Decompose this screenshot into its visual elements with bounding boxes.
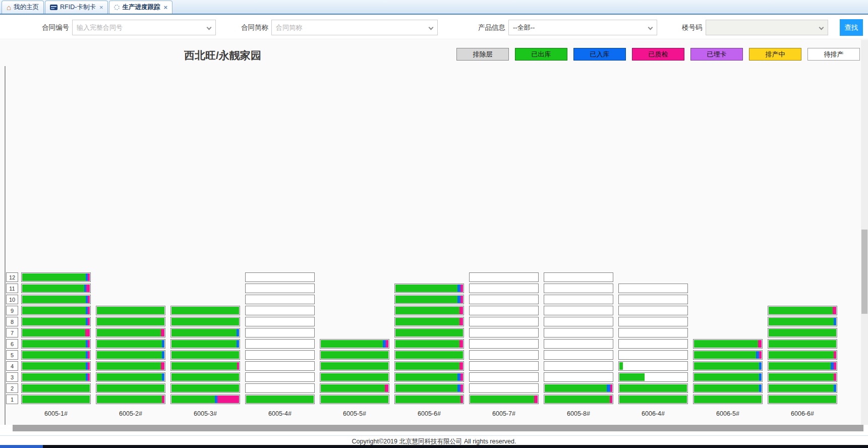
horizontal-scrollbar[interactable] — [0, 425, 868, 431]
bar-6005-5#-floor-6[interactable] — [320, 339, 389, 349]
bar-6005-1#-floor-4[interactable] — [21, 361, 91, 371]
floor-label-11[interactable]: 11 — [6, 284, 18, 293]
bar-6006-4#-floor-7[interactable] — [618, 328, 688, 338]
bar-6005-6#-floor-11[interactable] — [394, 284, 464, 293]
bar-6005-8#-floor-4[interactable] — [544, 361, 613, 371]
horizontal-scrollbar-thumb[interactable] — [13, 425, 863, 431]
bar-6005-8#-floor-1[interactable] — [544, 395, 613, 404]
contract-name-combobox[interactable] — [271, 20, 438, 35]
bar-6005-3#-floor-8[interactable] — [170, 317, 240, 326]
bar-6005-7#-floor-1[interactable] — [469, 395, 539, 404]
bar-6005-3#-floor-6[interactable] — [170, 339, 240, 349]
bar-6005-6#-floor-4[interactable] — [394, 361, 464, 371]
bar-6005-8#-floor-3[interactable] — [544, 372, 613, 382]
floor-label-3[interactable]: 3 — [6, 372, 18, 382]
bar-6005-2#-floor-1[interactable] — [96, 395, 165, 404]
vertical-scrollbar-thumb[interactable] — [861, 230, 867, 314]
close-icon[interactable]: × — [99, 4, 103, 11]
bar-6005-4#-floor-8[interactable] — [245, 317, 315, 326]
bar-6006-4#-floor-5[interactable] — [618, 350, 688, 360]
bar-6005-3#-floor-9[interactable] — [170, 306, 240, 315]
legend-button-已入库[interactable]: 已入库 — [573, 48, 626, 61]
chevron-down-icon[interactable] — [648, 25, 653, 30]
bar-6005-4#-floor-4[interactable] — [245, 361, 315, 371]
legend-button-已质检[interactable]: 已质检 — [632, 48, 684, 61]
bar-6005-7#-floor-9[interactable] — [469, 306, 539, 315]
legend-button-排除层[interactable]: 排除层 — [456, 48, 509, 61]
bar-6006-6#-floor-2[interactable] — [768, 383, 837, 393]
bar-6005-1#-floor-2[interactable] — [21, 383, 91, 393]
bar-6005-6#-floor-10[interactable] — [394, 295, 464, 304]
bar-6005-6#-floor-7[interactable] — [394, 328, 464, 338]
bar-6005-5#-floor-1[interactable] — [320, 395, 389, 404]
bar-6005-7#-floor-10[interactable] — [469, 295, 539, 304]
bar-6005-4#-floor-2[interactable] — [245, 383, 315, 393]
bar-6005-7#-floor-7[interactable] — [469, 328, 539, 338]
bar-6005-5#-floor-5[interactable] — [320, 350, 389, 360]
bar-6005-4#-floor-9[interactable] — [245, 306, 315, 315]
bar-6005-8#-floor-6[interactable] — [544, 339, 613, 349]
bar-6005-1#-floor-10[interactable] — [21, 295, 91, 304]
bar-6005-4#-floor-11[interactable] — [245, 284, 315, 293]
bar-6005-3#-floor-3[interactable] — [170, 372, 240, 382]
bar-6005-1#-floor-11[interactable] — [21, 284, 91, 293]
close-icon[interactable]: × — [163, 4, 167, 11]
bar-6005-1#-floor-1[interactable] — [21, 395, 91, 404]
bar-6006-4#-floor-11[interactable] — [618, 284, 688, 293]
bar-6005-3#-floor-2[interactable] — [170, 383, 240, 393]
floor-label-8[interactable]: 8 — [6, 317, 18, 326]
floor-label-9[interactable]: 9 — [6, 306, 18, 315]
bar-6005-7#-floor-3[interactable] — [469, 372, 539, 382]
floor-label-2[interactable]: 2 — [6, 383, 18, 393]
bar-6005-6#-floor-8[interactable] — [394, 317, 464, 326]
bar-6006-5#-floor-5[interactable] — [693, 350, 763, 360]
chevron-down-icon[interactable] — [429, 25, 434, 30]
bar-6006-6#-floor-5[interactable] — [768, 350, 837, 360]
bar-6006-4#-floor-4[interactable] — [618, 361, 688, 371]
bar-6005-2#-floor-9[interactable] — [96, 306, 165, 315]
bar-6005-6#-floor-2[interactable] — [394, 383, 464, 393]
bar-6006-6#-floor-9[interactable] — [768, 306, 837, 315]
bar-6006-4#-floor-8[interactable] — [618, 317, 688, 326]
bar-6006-4#-floor-3[interactable] — [618, 372, 688, 382]
chevron-down-icon[interactable] — [207, 25, 212, 30]
bar-6005-1#-floor-9[interactable] — [21, 306, 91, 315]
bar-6005-8#-floor-12[interactable] — [544, 272, 613, 282]
bar-6006-6#-floor-1[interactable] — [768, 395, 837, 404]
contract-no-input[interactable] — [77, 24, 202, 31]
bar-6005-7#-floor-12[interactable] — [469, 272, 539, 282]
bar-6005-8#-floor-10[interactable] — [544, 295, 613, 304]
floor-label-7[interactable]: 7 — [6, 328, 18, 338]
building-no-select[interactable] — [706, 20, 828, 35]
bar-6005-8#-floor-9[interactable] — [544, 306, 613, 315]
bar-6005-7#-floor-2[interactable] — [469, 383, 539, 393]
bar-6005-3#-floor-1[interactable] — [170, 395, 240, 404]
legend-button-已埋卡[interactable]: 已埋卡 — [690, 48, 743, 61]
bar-6005-4#-floor-3[interactable] — [245, 372, 315, 382]
bar-6005-2#-floor-5[interactable] — [96, 350, 165, 360]
vertical-scrollbar[interactable] — [861, 40, 868, 425]
bar-6006-4#-floor-2[interactable] — [618, 383, 688, 393]
bar-6005-1#-floor-6[interactable] — [21, 339, 91, 349]
bar-6005-4#-floor-10[interactable] — [245, 295, 315, 304]
legend-button-排产中[interactable]: 排产中 — [749, 48, 801, 61]
bar-6006-6#-floor-7[interactable] — [768, 328, 837, 338]
tab-my-home[interactable]: ⌂ 我的主页 — [2, 1, 44, 14]
bar-6005-8#-floor-5[interactable] — [544, 350, 613, 360]
search-button[interactable]: 查找 — [840, 19, 863, 36]
bar-6005-8#-floor-11[interactable] — [544, 284, 613, 293]
bar-6005-7#-floor-5[interactable] — [469, 350, 539, 360]
contract-no-combobox[interactable] — [72, 20, 216, 35]
bar-6005-7#-floor-4[interactable] — [469, 361, 539, 371]
bar-6005-2#-floor-6[interactable] — [96, 339, 165, 349]
bar-6005-7#-floor-8[interactable] — [469, 317, 539, 326]
bar-6005-4#-floor-12[interactable] — [245, 272, 315, 282]
bar-6006-5#-floor-2[interactable] — [693, 383, 763, 393]
floor-label-1[interactable]: 1 — [6, 395, 18, 404]
bar-6006-6#-floor-6[interactable] — [768, 339, 837, 349]
bar-6005-6#-floor-6[interactable] — [394, 339, 464, 349]
bar-6005-6#-floor-1[interactable] — [394, 395, 464, 404]
floor-label-6[interactable]: 6 — [6, 339, 18, 349]
bar-6005-2#-floor-3[interactable] — [96, 372, 165, 382]
bar-6005-2#-floor-8[interactable] — [96, 317, 165, 326]
